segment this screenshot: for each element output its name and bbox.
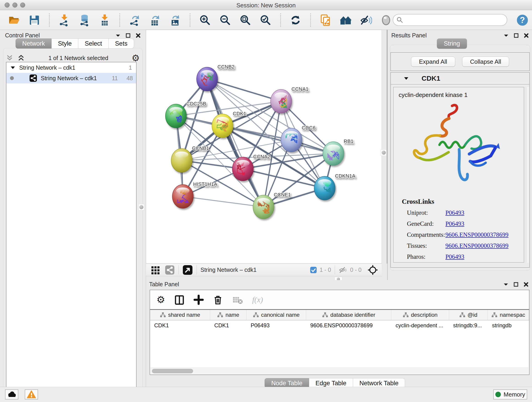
import-database-icon[interactable] [78,14,91,27]
selected-checkbox-icon[interactable] [310,266,317,274]
duplicate-network-icon[interactable] [319,14,332,27]
tab-select[interactable]: Select [78,38,109,49]
table-row[interactable]: CDK1CDK1P064939606.ENSP00000378699cyclin… [150,320,529,331]
panel-close-icon[interactable] [524,282,529,287]
edge-CCNB2-CCNA1[interactable] [207,79,281,101]
zoom-selected-icon[interactable] [259,14,272,27]
table-cell[interactable]: stringdb:9... [449,320,488,331]
left-divider-handle[interactable] [138,204,144,211]
expand-all-icon[interactable] [17,55,25,61]
panel-menu-icon[interactable] [504,34,509,37]
export-image-icon[interactable] [169,14,181,27]
tree-expander-icon[interactable] [11,66,15,70]
network-view-toolbar: String Network – cdk1 1 - 0 0 - 0 [146,264,382,276]
expand-all-button[interactable]: Expand All [411,57,455,67]
table-panel: Table Panel ⚙ f(x) shared namenamecanoni… [146,280,532,387]
control-panel: Control Panel NetworkStyleSelectSets 1 o… [0,30,146,387]
help-icon[interactable]: ? [516,14,529,27]
right-divider-handle[interactable] [381,149,387,156]
export-network-icon[interactable] [128,14,141,27]
show-columns-icon[interactable] [174,295,184,305]
network-canvas[interactable]: CCNB2CCNA1CDC25BCDK1CDC6RB1CCNB1CCNA2CDK… [146,30,382,264]
node-CDK1[interactable]: CDK1 [212,111,246,138]
column-header-name[interactable]: name [210,310,247,320]
import-network-icon[interactable] [58,14,71,27]
section-expander-icon[interactable] [404,77,409,80]
table-cell[interactable]: P06493 [247,320,306,331]
panel-float-icon[interactable] [514,33,519,38]
crosslink-link[interactable]: P06493 [445,253,464,260]
column-header-canonical-name[interactable]: canonical name [247,310,306,320]
column-header--id[interactable]: @id [449,310,488,320]
tab-sets[interactable]: Sets [109,38,134,49]
crosslink-link[interactable]: P06493 [445,209,464,216]
edge-CCNA2-CDKN1A[interactable] [243,169,325,188]
table-cell[interactable]: CDK1 [150,320,210,331]
node-RB1[interactable]: RB1 [323,138,354,166]
open-session-icon[interactable] [8,14,21,27]
panel-close-icon[interactable] [524,33,529,38]
fit-content-crosshair-icon[interactable] [367,265,378,275]
preview-icon[interactable] [380,14,393,27]
refresh-icon[interactable] [289,14,302,27]
network-home-icon[interactable] [339,14,352,27]
crosslink-label: Compartments: [402,231,445,238]
network-type-badge-icon [29,74,37,82]
column-header-shared-name[interactable]: shared name [150,310,210,320]
search-field[interactable] [393,14,507,26]
collapse-all-button[interactable]: Collapse All [462,57,509,67]
panel-float-icon[interactable] [513,282,519,287]
table-cell[interactable]: 9606.ENSP00000378699 [306,320,391,331]
table-cell[interactable]: cyclin-dependent ... [391,320,449,331]
table-cell[interactable]: CDK1 [210,320,247,331]
node-CDKN1A[interactable]: CDKN1A [314,173,355,200]
import-table-icon[interactable] [98,14,111,27]
edge-CCNB2-CCNE1[interactable] [207,79,264,207]
tab-string[interactable]: String [437,38,467,49]
node-HIST1H1A[interactable]: HIST1H1A [172,181,217,208]
warning-status-button[interactable] [25,389,38,400]
table-cell[interactable]: stringdb [488,320,529,331]
delete-column-icon[interactable] [213,295,223,305]
crosslink-link[interactable]: 9606.ENSP00000378699 [445,242,508,249]
memory-button[interactable]: Memory [493,389,527,400]
panel-close-icon[interactable] [136,33,141,38]
zoom-fit-icon[interactable] [239,14,252,27]
node-gloss [175,152,189,158]
results-scrollbar[interactable] [526,87,529,263]
network-collection-row[interactable]: String Network – cdk1 1 [6,62,136,73]
panel-float-icon[interactable] [126,33,131,38]
edge-CCNE1-HIST1H1A[interactable] [183,196,264,207]
network-row-selected[interactable]: String Network – cdk1 11 48 [6,73,136,83]
results-section-header[interactable]: CDK1 [391,73,529,85]
grid-mode-icon[interactable] [151,265,161,275]
panel-menu-icon[interactable] [503,283,508,286]
node-label-CDKN1A: CDKN1A [335,173,355,179]
hide-selected-icon[interactable] [360,14,372,27]
crosslink-link[interactable]: 9606.ENSP00000378699 [445,231,508,238]
search-input[interactable] [403,17,500,23]
save-session-icon[interactable] [28,14,41,27]
collapse-all-icon[interactable] [6,55,14,61]
zoom-out-icon[interactable] [219,14,232,27]
tab-network[interactable]: Network [16,38,51,49]
table-horizontal-scrollbar[interactable] [151,368,529,374]
edge-CDC25B-CDC6[interactable] [176,116,291,140]
panel-menu-icon[interactable] [115,34,120,37]
table-settings-gear-icon[interactable]: ⚙ [157,294,165,305]
column-header-description[interactable]: description [391,310,449,320]
column-header-namespac[interactable]: namespac [488,310,529,320]
crosslink-label: Uniprot: [402,209,445,216]
network-graph[interactable]: CCNB2CCNA1CDC25BCDK1CDC6RB1CCNB1CCNA2CDK… [146,30,382,264]
zoom-in-icon[interactable] [199,14,211,27]
column-header-database-identifier[interactable]: database identifier [306,310,391,320]
cloud-status-button[interactable] [5,389,18,400]
add-column-icon[interactable] [194,295,204,305]
network-view-mode-icon[interactable] [165,265,175,275]
crosslink-link[interactable]: P06493 [445,220,464,227]
birdseye-view-icon[interactable] [182,265,193,275]
toolbar-separator [280,13,281,27]
scrollbar-thumb[interactable] [152,369,193,373]
tab-style[interactable]: Style [51,38,78,49]
export-table-icon[interactable] [148,14,161,27]
